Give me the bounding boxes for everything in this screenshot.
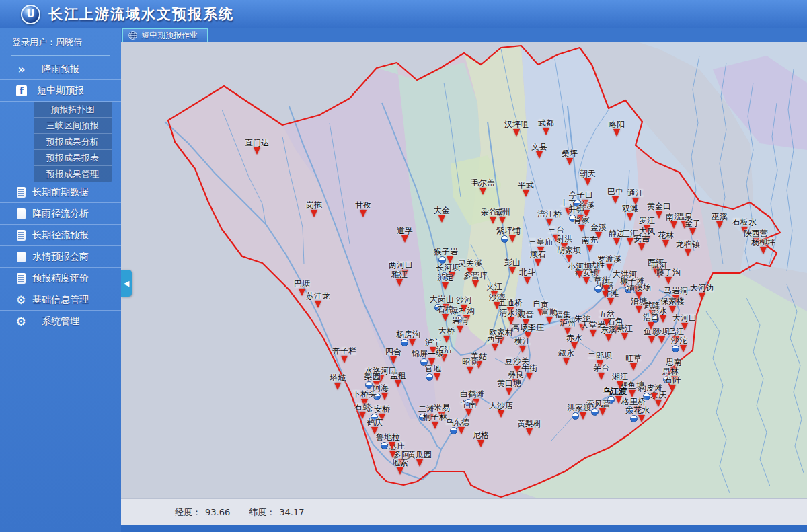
map-station[interactable]: 石阡 [664,376,681,393]
map-station[interactable]: 苏洼龙 [306,292,330,309]
sidebar-subitem[interactable]: 预报成果报表 [34,150,112,166]
map-station[interactable]: 多营坪 [463,272,488,289]
map-station[interactable]: 东溪 [601,326,617,343]
map-station[interactable]: 紫坪铺 [496,227,521,244]
sidebar-collapse-button[interactable]: ◀ [121,270,132,297]
map-station[interactable]: 平武 [518,181,534,198]
sidebar-item[interactable]: »降雨预报 [0,59,121,80]
map-station[interactable]: 肖家 [574,216,590,233]
map-station[interactable]: 桑坪 [562,149,578,167]
map-station[interactable]: 昭觉 [462,358,478,375]
map-station[interactable]: 岩润 [452,317,468,334]
map-station[interactable]: 岗拖 [306,201,322,219]
map-station[interactable]: 大河边 [690,284,714,301]
station-label: 桑坪 [562,149,578,158]
map-station[interactable]: 泸定 [437,274,453,291]
map-station[interactable]: 巫溪 [712,213,728,230]
map-station[interactable]: 朝天 [580,169,596,187]
map-station[interactable]: 涪江桥 [537,210,562,227]
map-station[interactable]: 黄梨树 [517,420,541,437]
map-station[interactable]: 大花水 [625,406,650,424]
map-station[interactable]: 金子 [685,219,701,237]
map-station[interactable]: 杨柳坪 [751,238,775,256]
sidebar-item[interactable]: 长期径流预报 [0,225,121,246]
sidebar-item[interactable]: ⚙系统管理 [0,311,121,332]
sidebar-subitem[interactable]: 预报拓扑图 [34,102,112,118]
map-station[interactable]: 湘江 [612,373,628,390]
map-station[interactable]: 黄口塘 [497,379,521,397]
map-station[interactable]: 南充 [582,236,598,254]
map-station[interactable]: 双滩 [622,204,638,222]
map-station[interactable]: 乌东德 [445,418,469,436]
login-user-label: 登录用户： [12,37,56,47]
map-station[interactable]: 沙沱 [671,336,687,354]
map-station[interactable]: 官地 [425,365,441,382]
map-station[interactable]: 文县 [531,143,547,160]
map-station[interactable]: 藤子沟 [656,268,681,286]
map-station[interactable]: 桐子林 [423,413,447,430]
basin-map[interactable]: 直门达岗拖甘孜道孚大金猴子岩两河口雅江长河坝泸定巴塘苏洼龙毛尔盖杂谷脑威州紫坪铺… [121,42,807,498]
map-station[interactable]: 安吉 [633,235,650,252]
station-label: 藤子沟 [656,268,681,277]
map-station[interactable]: 黄瓜园 [408,451,432,468]
map-station[interactable]: 赤水 [566,334,582,351]
map-station[interactable]: 奔子栏 [332,347,356,365]
map-station[interactable]: 五岔 [599,310,615,328]
map-station[interactable]: 旺草 [625,354,642,372]
map-station[interactable]: 尼格 [473,431,489,449]
map-station[interactable]: 略阳 [609,120,625,138]
sidebar-item[interactable]: 长期前期数据 [0,182,121,203]
map-station[interactable]: 小河坝 [568,262,592,280]
sidebar-item[interactable]: 预报精度评价 [0,268,121,289]
station-label: 升钟 [568,206,584,215]
station-marker-icon [381,393,388,400]
sidebar-subitem[interactable]: 预报成果管理 [34,166,112,182]
map-station[interactable]: 北斗 [519,268,535,286]
station-label: 亭子口 [569,191,593,200]
map-station[interactable]: 龙驹镇 [676,240,700,258]
map-station[interactable]: 鲁地拉 [376,433,400,451]
map-station[interactable]: 彭山 [504,258,521,276]
map-station[interactable]: 叙永 [558,349,574,367]
station-marker-icon [638,415,645,422]
map-station[interactable]: 保家楼 [660,297,685,315]
map-station[interactable]: 直门达 [245,139,269,156]
map-station[interactable]: 宁南 [461,400,477,418]
tab-short-mid-forecast[interactable]: 短中期预报作业 [122,28,208,42]
station-label: 横江 [514,337,531,346]
map-station[interactable]: 沙河 [456,296,472,313]
sidebar-subitem[interactable]: 预报成果分析 [34,134,112,150]
sidebar-item[interactable]: ⚙基础信息管理 [0,289,121,311]
latitude-value: 34.17 [279,507,304,517]
map-station[interactable]: 四合 [385,348,401,365]
map-station[interactable]: 塔城 [330,374,346,391]
map-station[interactable]: 雅江 [391,270,408,288]
sidebar-subitem[interactable]: 三峡区间预报 [34,118,112,134]
map-station[interactable]: 甘孜 [355,201,371,219]
sidebar-item[interactable]: 降雨径流分析 [0,203,121,225]
map-station[interactable]: 花林 [658,231,674,249]
map-station[interactable]: 杨房沟 [396,330,420,348]
station-label: 五通桥 [498,299,523,307]
map-station[interactable]: 横江 [514,337,531,354]
map-station[interactable]: 大沙店 [489,402,513,419]
station-label: 保家楼 [660,297,685,306]
sidebar-item[interactable]: 水情预报会商 [0,246,121,268]
map-station[interactable]: 石棉 [437,305,453,323]
map-station[interactable]: 汉坪咀 [504,120,529,138]
map-station[interactable]: 道孚 [397,227,413,244]
station-label: 石板水 [732,218,757,227]
map-station[interactable]: 綦江 [617,324,633,342]
map-station[interactable]: 地索 [392,459,408,476]
sidebar-item[interactable]: f短中期预报 [0,80,121,102]
station-label: 米易 [434,404,450,412]
map-station[interactable]: 西宁 [487,335,503,352]
map-station[interactable]: 洪家渡 [567,404,591,421]
map-station[interactable]: 武都 [538,119,554,137]
map-station[interactable]: 巴中 [607,188,623,205]
map-station[interactable]: 毛尔盖 [471,179,495,196]
map-station[interactable]: 威州 [494,208,510,225]
map-station[interactable]: 顽石 [530,250,546,268]
map-station[interactable]: 大金 [434,206,450,224]
map-station[interactable]: 茅台 [593,364,609,381]
